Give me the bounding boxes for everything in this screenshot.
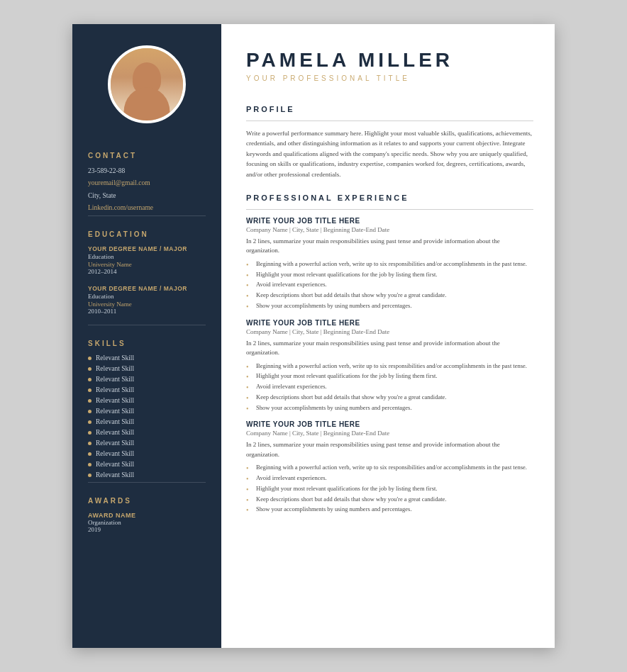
job-meta-2: Company Name | City, State | Beginning D… bbox=[246, 328, 533, 335]
bullet-item: Keep descriptions short but add details … bbox=[246, 393, 533, 402]
main-content: PAMELA MILLER YOUR PROFESSIONAL TITLE PR… bbox=[221, 24, 555, 648]
skill-item: Relevant Skill bbox=[88, 418, 206, 425]
edu-type-2: Education bbox=[88, 293, 206, 300]
skill-dot bbox=[88, 410, 91, 413]
edu-degree-1: YOUR DEGREE NAME / MAJOR bbox=[88, 245, 206, 252]
education-section: EDUCATION YOUR DEGREE NAME / MAJOR Educa… bbox=[72, 230, 221, 325]
divider-3 bbox=[88, 482, 206, 483]
education-section-title: EDUCATION bbox=[88, 230, 206, 238]
skills-section: SKILLS Relevant SkillRelevant SkillRelev… bbox=[72, 340, 221, 482]
jobs-list: WRITE YOUR JOB TITLE HERECompany Name | … bbox=[246, 217, 533, 514]
job-bullets-3: Beginning with a powerful action verb, w… bbox=[246, 463, 533, 514]
job-summary-2: In 2 lines, summarize your main responsi… bbox=[246, 339, 533, 358]
bullet-item: Beginning with a powerful action verb, w… bbox=[246, 259, 533, 269]
bullet-item: Show your accomplishments by using numbe… bbox=[246, 403, 533, 413]
skill-dot bbox=[88, 452, 91, 456]
bullet-item: Show your accomplishments by using numbe… bbox=[246, 505, 533, 514]
bullet-item: Avoid irrelevant experiences. bbox=[246, 382, 533, 391]
job-title-1: WRITE YOUR JOB TITLE HERE bbox=[246, 217, 533, 225]
photo-area bbox=[72, 24, 221, 138]
profile-photo bbox=[108, 45, 186, 123]
professional-title: YOUR PROFESSIONAL TITLE bbox=[246, 74, 533, 82]
skill-dot bbox=[88, 442, 91, 445]
skill-item: Relevant Skill bbox=[88, 408, 206, 415]
award-name-1: AWARD NAME bbox=[88, 512, 206, 519]
skill-item: Relevant Skill bbox=[88, 450, 206, 457]
job-summary-3: In 2 lines, summarize your main responsi… bbox=[246, 440, 533, 459]
profile-text: Write a powerful performance summary her… bbox=[246, 128, 533, 179]
contact-linkedin: Linkedin.com/username bbox=[88, 203, 206, 213]
contact-phone: 23-589-22-88 bbox=[88, 167, 206, 176]
bullet-item: Beginning with a powerful action verb, w… bbox=[246, 463, 533, 472]
skill-label: Relevant Skill bbox=[96, 439, 134, 447]
awards-section: AWARDS AWARD NAME Organization 2019 bbox=[72, 497, 221, 540]
skill-label: Relevant Skill bbox=[96, 429, 134, 436]
awards-section-title: AWARDS bbox=[88, 497, 206, 505]
skill-label: Relevant Skill bbox=[96, 461, 134, 468]
award-org-1: Organization bbox=[88, 519, 206, 526]
contact-email: youremail@gmail.com bbox=[88, 179, 206, 188]
resume-document: CONTACT 23-589-22-88 youremail@gmail.com… bbox=[72, 24, 555, 648]
skill-label: Relevant Skill bbox=[96, 408, 134, 415]
job-meta-1: Company Name | City, State | Beginning D… bbox=[246, 226, 533, 233]
job-summary-1: In 2 lines, summarize your main responsi… bbox=[246, 237, 533, 256]
skill-dot bbox=[88, 420, 91, 424]
skill-item: Relevant Skill bbox=[88, 471, 206, 478]
skill-item: Relevant Skill bbox=[88, 461, 206, 468]
education-entry-2: YOUR DEGREE NAME / MAJOR Education Unive… bbox=[88, 285, 206, 315]
job-entry-3: WRITE YOUR JOB TITLE HERECompany Name | … bbox=[246, 420, 533, 514]
experience-heading: PROFESSIONAL EXPERIENCE bbox=[246, 194, 533, 203]
skill-label: Relevant Skill bbox=[96, 471, 134, 478]
edu-university-2: University Name bbox=[88, 301, 206, 308]
bullet-item: Highlight your most relevant qualificati… bbox=[246, 270, 533, 279]
bullet-item: Highlight your most relevant qualificati… bbox=[246, 371, 533, 381]
edu-date-2: 2010–2011 bbox=[88, 308, 206, 315]
profile-divider bbox=[246, 121, 533, 121]
award-entry-1: AWARD NAME Organization 2019 bbox=[88, 512, 206, 533]
profile-heading: PROFILE bbox=[246, 105, 533, 115]
edu-university-1: University Name bbox=[88, 261, 206, 268]
divider-1 bbox=[88, 215, 206, 216]
skill-dot bbox=[88, 388, 91, 392]
skill-dot bbox=[88, 431, 91, 435]
edu-date-1: 2012–2014 bbox=[88, 268, 206, 275]
job-entry-1: WRITE YOUR JOB TITLE HERECompany Name | … bbox=[246, 217, 533, 310]
skill-item: Relevant Skill bbox=[88, 354, 206, 362]
skill-label: Relevant Skill bbox=[96, 365, 134, 372]
candidate-name: PAMELA MILLER bbox=[246, 49, 533, 72]
skill-dot bbox=[88, 474, 91, 477]
skill-item: Relevant Skill bbox=[88, 397, 206, 404]
skill-item: Relevant Skill bbox=[88, 365, 206, 372]
skill-item: Relevant Skill bbox=[88, 386, 206, 393]
bullet-item: Highlight your most relevant qualificati… bbox=[246, 484, 533, 493]
bullet-item: Keep descriptions short but add details … bbox=[246, 291, 533, 300]
skill-label: Relevant Skill bbox=[96, 354, 134, 362]
skill-item: Relevant Skill bbox=[88, 429, 206, 436]
skill-dot bbox=[88, 357, 91, 360]
contact-section: CONTACT 23-589-22-88 youremail@gmail.com… bbox=[72, 152, 221, 215]
experience-section: PROFESSIONAL EXPERIENCE WRITE YOUR JOB T… bbox=[246, 194, 533, 522]
header-area: PAMELA MILLER YOUR PROFESSIONAL TITLE bbox=[246, 49, 533, 89]
skill-label: Relevant Skill bbox=[96, 397, 134, 404]
skill-dot bbox=[88, 367, 91, 371]
skill-label: Relevant Skill bbox=[96, 450, 134, 457]
bullet-item: Avoid irrelevant experiences. bbox=[246, 474, 533, 483]
job-bullets-2: Beginning with a powerful action verb, w… bbox=[246, 362, 533, 413]
bullet-item: Avoid irrelevant experiences. bbox=[246, 280, 533, 289]
divider-2 bbox=[88, 325, 206, 325]
skill-dot bbox=[88, 463, 91, 466]
education-entry-1: YOUR DEGREE NAME / MAJOR Education Unive… bbox=[88, 245, 206, 275]
edu-degree-2: YOUR DEGREE NAME / MAJOR bbox=[88, 285, 206, 292]
sidebar: CONTACT 23-589-22-88 youremail@gmail.com… bbox=[72, 24, 221, 648]
skill-label: Relevant Skill bbox=[96, 376, 134, 383]
award-year-1: 2019 bbox=[88, 526, 206, 533]
skills-section-title: SKILLS bbox=[88, 340, 206, 347]
contact-section-title: CONTACT bbox=[88, 152, 206, 159]
job-title-2: WRITE YOUR JOB TITLE HERE bbox=[246, 319, 533, 327]
skill-label: Relevant Skill bbox=[96, 386, 134, 393]
profile-section: PROFILE Write a powerful performance sum… bbox=[246, 105, 533, 194]
job-title-3: WRITE YOUR JOB TITLE HERE bbox=[246, 420, 533, 428]
skill-label: Relevant Skill bbox=[96, 418, 134, 425]
bullet-item: Beginning with a powerful action verb, w… bbox=[246, 362, 533, 371]
contact-address: City, State bbox=[88, 191, 206, 201]
